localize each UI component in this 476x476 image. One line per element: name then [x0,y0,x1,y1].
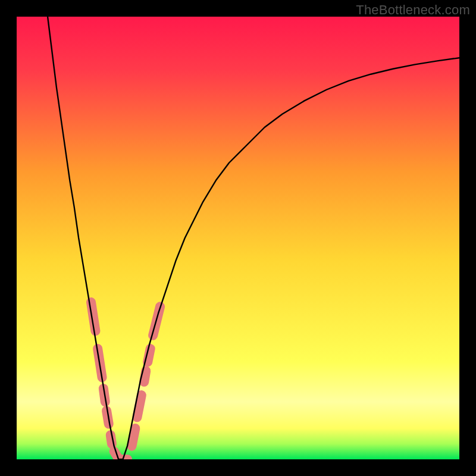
gradient-background [17,17,459,459]
marker-capsule [144,371,146,382]
chart-frame: TheBottleneck.com [0,0,476,476]
marker-capsule [131,428,135,446]
bottleneck-chart [17,17,459,459]
marker-capsule [137,395,141,417]
watermark-text: TheBottleneck.com [356,2,470,18]
